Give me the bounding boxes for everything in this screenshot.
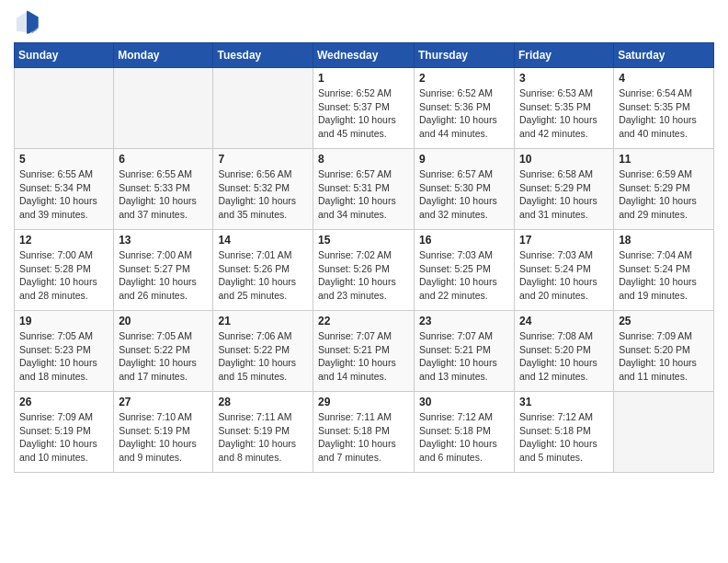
day-info: Sunrise: 7:12 AMSunset: 5:18 PMDaylight:…	[419, 410, 509, 465]
day-info: Sunrise: 7:06 AMSunset: 5:22 PMDaylight:…	[218, 329, 308, 384]
calendar-cell: 7Sunrise: 6:56 AMSunset: 5:32 PMDaylight…	[213, 149, 313, 230]
calendar-cell	[15, 68, 114, 149]
calendar-table: SundayMondayTuesdayWednesdayThursdayFrid…	[14, 42, 714, 473]
day-info: Sunrise: 6:58 AMSunset: 5:29 PMDaylight:…	[519, 167, 609, 222]
calendar-cell	[114, 68, 213, 149]
calendar-cell: 22Sunrise: 7:07 AMSunset: 5:21 PMDayligh…	[313, 311, 415, 392]
day-number: 20	[119, 315, 208, 327]
logo-icon	[14, 9, 40, 35]
day-number: 3	[519, 72, 609, 85]
day-info: Sunrise: 7:12 AMSunset: 5:18 PMDaylight:…	[519, 410, 609, 465]
day-info: Sunrise: 7:00 AMSunset: 5:28 PMDaylight:…	[19, 248, 108, 303]
day-info: Sunrise: 6:59 AMSunset: 5:29 PMDaylight:…	[619, 167, 709, 222]
col-header-friday: Friday	[515, 43, 614, 68]
calendar-cell: 14Sunrise: 7:01 AMSunset: 5:26 PMDayligh…	[213, 230, 313, 311]
calendar-cell: 1Sunrise: 6:52 AMSunset: 5:37 PMDaylight…	[313, 68, 415, 149]
col-header-wednesday: Wednesday	[313, 43, 415, 68]
day-number: 12	[19, 234, 108, 247]
day-number: 27	[119, 396, 208, 408]
day-info: Sunrise: 6:53 AMSunset: 5:35 PMDaylight:…	[519, 86, 609, 141]
calendar-cell: 11Sunrise: 6:59 AMSunset: 5:29 PMDayligh…	[614, 149, 714, 230]
week-row-2: 5Sunrise: 6:55 AMSunset: 5:34 PMDaylight…	[15, 149, 714, 230]
calendar-cell: 20Sunrise: 7:05 AMSunset: 5:22 PMDayligh…	[114, 311, 213, 392]
calendar-cell	[614, 392, 714, 473]
day-number: 6	[119, 153, 208, 166]
week-row-5: 26Sunrise: 7:09 AMSunset: 5:19 PMDayligh…	[15, 392, 714, 473]
day-number: 10	[519, 153, 609, 166]
day-number: 23	[419, 315, 509, 327]
day-info: Sunrise: 7:04 AMSunset: 5:24 PMDaylight:…	[619, 248, 709, 303]
day-info: Sunrise: 7:05 AMSunset: 5:23 PMDaylight:…	[19, 329, 108, 384]
calendar-cell: 9Sunrise: 6:57 AMSunset: 5:30 PMDaylight…	[415, 149, 515, 230]
day-number: 14	[218, 234, 308, 247]
day-number: 16	[419, 234, 509, 247]
calendar-cell: 13Sunrise: 7:00 AMSunset: 5:27 PMDayligh…	[114, 230, 213, 311]
day-number: 24	[519, 315, 609, 327]
week-row-3: 12Sunrise: 7:00 AMSunset: 5:28 PMDayligh…	[15, 230, 714, 311]
calendar-cell: 28Sunrise: 7:11 AMSunset: 5:19 PMDayligh…	[213, 392, 313, 473]
calendar-cell: 31Sunrise: 7:12 AMSunset: 5:18 PMDayligh…	[515, 392, 614, 473]
day-number: 25	[619, 315, 709, 327]
day-number: 2	[419, 72, 509, 85]
day-number: 26	[19, 396, 108, 408]
calendar-cell: 5Sunrise: 6:55 AMSunset: 5:34 PMDaylight…	[15, 149, 114, 230]
calendar-cell: 2Sunrise: 6:52 AMSunset: 5:36 PMDaylight…	[415, 68, 515, 149]
day-info: Sunrise: 7:02 AMSunset: 5:26 PMDaylight:…	[318, 248, 409, 303]
day-number: 18	[619, 234, 709, 247]
day-info: Sunrise: 7:00 AMSunset: 5:27 PMDaylight:…	[119, 248, 208, 303]
calendar-cell: 8Sunrise: 6:57 AMSunset: 5:31 PMDaylight…	[313, 149, 415, 230]
day-info: Sunrise: 6:52 AMSunset: 5:37 PMDaylight:…	[318, 86, 409, 141]
week-row-4: 19Sunrise: 7:05 AMSunset: 5:23 PMDayligh…	[15, 311, 714, 392]
calendar-cell: 18Sunrise: 7:04 AMSunset: 5:24 PMDayligh…	[614, 230, 714, 311]
day-number: 1	[318, 72, 409, 85]
day-number: 13	[119, 234, 208, 247]
day-info: Sunrise: 6:54 AMSunset: 5:35 PMDaylight:…	[619, 86, 709, 141]
day-info: Sunrise: 7:10 AMSunset: 5:19 PMDaylight:…	[119, 410, 208, 465]
calendar-cell: 29Sunrise: 7:11 AMSunset: 5:18 PMDayligh…	[313, 392, 415, 473]
day-info: Sunrise: 7:05 AMSunset: 5:22 PMDaylight:…	[119, 329, 208, 384]
day-info: Sunrise: 7:03 AMSunset: 5:24 PMDaylight:…	[519, 248, 609, 303]
day-number: 7	[218, 153, 308, 166]
week-row-1: 1Sunrise: 6:52 AMSunset: 5:37 PMDaylight…	[15, 68, 714, 149]
calendar-cell: 23Sunrise: 7:07 AMSunset: 5:21 PMDayligh…	[415, 311, 515, 392]
day-info: Sunrise: 6:57 AMSunset: 5:31 PMDaylight:…	[318, 167, 409, 222]
day-info: Sunrise: 6:57 AMSunset: 5:30 PMDaylight:…	[419, 167, 509, 222]
day-number: 17	[519, 234, 609, 247]
day-info: Sunrise: 7:03 AMSunset: 5:25 PMDaylight:…	[419, 248, 509, 303]
header-row: SundayMondayTuesdayWednesdayThursdayFrid…	[15, 43, 714, 68]
day-number: 9	[419, 153, 509, 166]
day-info: Sunrise: 7:09 AMSunset: 5:20 PMDaylight:…	[619, 329, 709, 384]
calendar-cell: 26Sunrise: 7:09 AMSunset: 5:19 PMDayligh…	[15, 392, 114, 473]
day-info: Sunrise: 7:07 AMSunset: 5:21 PMDaylight:…	[419, 329, 509, 384]
col-header-tuesday: Tuesday	[213, 43, 313, 68]
col-header-sunday: Sunday	[15, 43, 114, 68]
calendar-cell: 12Sunrise: 7:00 AMSunset: 5:28 PMDayligh…	[15, 230, 114, 311]
calendar-cell: 10Sunrise: 6:58 AMSunset: 5:29 PMDayligh…	[515, 149, 614, 230]
day-info: Sunrise: 6:55 AMSunset: 5:33 PMDaylight:…	[119, 167, 208, 222]
day-number: 29	[318, 396, 409, 408]
calendar-cell: 3Sunrise: 6:53 AMSunset: 5:35 PMDaylight…	[515, 68, 614, 149]
day-info: Sunrise: 7:01 AMSunset: 5:26 PMDaylight:…	[218, 248, 308, 303]
col-header-monday: Monday	[114, 43, 213, 68]
day-number: 11	[619, 153, 709, 166]
col-header-thursday: Thursday	[415, 43, 515, 68]
day-number: 8	[318, 153, 409, 166]
calendar-cell: 6Sunrise: 6:55 AMSunset: 5:33 PMDaylight…	[114, 149, 213, 230]
calendar-cell: 17Sunrise: 7:03 AMSunset: 5:24 PMDayligh…	[515, 230, 614, 311]
calendar-cell: 4Sunrise: 6:54 AMSunset: 5:35 PMDaylight…	[614, 68, 714, 149]
day-info: Sunrise: 7:08 AMSunset: 5:20 PMDaylight:…	[519, 329, 609, 384]
day-info: Sunrise: 7:11 AMSunset: 5:18 PMDaylight:…	[318, 410, 409, 465]
calendar-cell: 24Sunrise: 7:08 AMSunset: 5:20 PMDayligh…	[515, 311, 614, 392]
day-number: 4	[619, 72, 709, 85]
calendar-cell: 19Sunrise: 7:05 AMSunset: 5:23 PMDayligh…	[15, 311, 114, 392]
day-number: 5	[19, 153, 108, 166]
calendar-cell: 25Sunrise: 7:09 AMSunset: 5:20 PMDayligh…	[614, 311, 714, 392]
calendar-cell	[213, 68, 313, 149]
day-info: Sunrise: 6:56 AMSunset: 5:32 PMDaylight:…	[218, 167, 308, 222]
calendar-cell: 15Sunrise: 7:02 AMSunset: 5:26 PMDayligh…	[313, 230, 415, 311]
day-info: Sunrise: 7:11 AMSunset: 5:19 PMDaylight:…	[218, 410, 308, 465]
day-number: 19	[19, 315, 108, 327]
day-number: 21	[218, 315, 308, 327]
logo	[14, 9, 43, 35]
day-number: 15	[318, 234, 409, 247]
